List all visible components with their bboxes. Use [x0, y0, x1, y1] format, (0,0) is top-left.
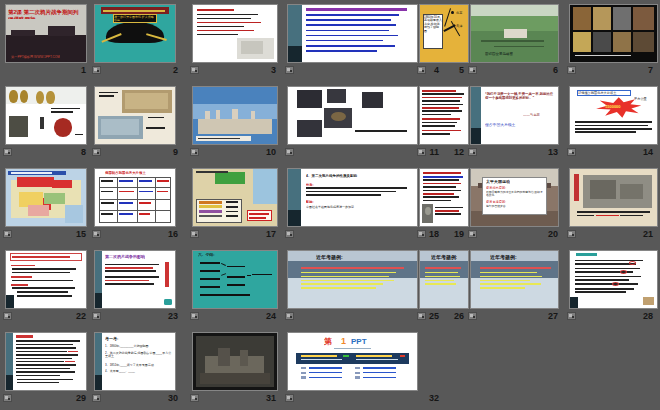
transition-icon — [285, 66, 294, 74]
slide-content-block — [633, 32, 655, 51]
slide-content-block — [301, 283, 384, 285]
slide-content-block — [288, 210, 301, 226]
slide-thumbnail-22[interactable] — [6, 251, 86, 308]
slide-content-block — [165, 262, 169, 287]
slide-text: 俄国割占我国北方大片领土 — [105, 171, 169, 175]
slide-text: 平方公里 — [634, 97, 655, 100]
transition-icon-glyph — [8, 398, 10, 400]
slide-thumbnail-21[interactable] — [570, 169, 657, 226]
slide-thumbnail-20[interactable]: 太平天国运动爆发根本原因:外国侵略势力的冲击及腐朽的封建统治,阶级矛盾激化。爆发… — [471, 169, 558, 226]
slide-content-block — [227, 284, 245, 286]
slide-thumbnail-13[interactable]: “我们不花费一文一钱,不费一兵一卒,就能比任何一个参战国得到更多的好处。”——马… — [471, 87, 558, 144]
slide-number: 27 — [548, 311, 558, 321]
slide-thumbnail-6[interactable]: 圆明园全景鸟瞰图 — [471, 5, 558, 62]
slide-content-block — [196, 171, 228, 173]
slide-content-block — [422, 107, 459, 109]
slide-thumbnail-17[interactable] — [193, 169, 277, 226]
slide-content-block — [309, 367, 343, 368]
slide-content-block — [423, 193, 454, 195]
slide-thumbnail-26[interactable]: 近年考题例: — [420, 251, 468, 308]
transition-icon — [417, 312, 426, 320]
slide-content-block — [17, 177, 54, 187]
slide-content-block — [16, 364, 77, 365]
slide-text: 4、第二次鸦片战争的性质及影响 — [306, 174, 412, 179]
slide-text: 1、1860年,________火烧圆明园。 — [105, 344, 172, 350]
slide-thumbnail-2[interactable]: 进一步打开中国市场 扩大侵略权益 — [95, 5, 175, 62]
slide-content-block — [288, 46, 302, 62]
slide-content-block — [54, 118, 72, 136]
slide-content-block — [301, 372, 306, 374]
slide-number: 16 — [168, 229, 178, 239]
slide-content-block — [306, 45, 395, 47]
slide-thumbnail-12[interactable] — [420, 87, 468, 144]
slide-content-block — [620, 215, 643, 217]
slide-content-block — [226, 201, 239, 203]
slide-thumbnail-32[interactable]: 第1PPT — [288, 333, 417, 390]
slide-content-block — [226, 206, 239, 208]
transition-icon-glyph — [8, 316, 10, 318]
slide-thumbnail-23[interactable]: 第二次鸦片战争的影响 — [95, 251, 175, 308]
transition-icon — [417, 66, 426, 74]
slide-thumbnail-11[interactable] — [288, 87, 417, 144]
slide-content-block — [422, 110, 462, 112]
slide-thumbnail-25[interactable]: 近年考题例: — [288, 251, 417, 308]
transition-icon-glyph — [422, 234, 424, 236]
slide-content-block — [423, 196, 459, 198]
transition-icon-glyph — [97, 152, 99, 154]
slide-thumbnail-14[interactable]: 沙俄侵占我国北方大片领土平方公里1500000 — [570, 87, 657, 144]
slide-text: 太平天国运动 — [486, 179, 526, 184]
slide-thumbnail-1[interactable]: 第2课 第二次鸦片战争期间列强侵略罪行第一PPT模板网 WWW.1PPT.COM — [6, 5, 86, 62]
slide-number: 29 — [76, 393, 86, 403]
slide-content-block — [301, 359, 342, 360]
slide-content-block — [494, 46, 544, 47]
slide-content-block — [16, 347, 77, 348]
slide-thumbnail-8[interactable] — [6, 87, 86, 144]
slide-thumbnail-7[interactable] — [570, 5, 657, 62]
slide-number: 14 — [643, 147, 653, 157]
slide-content-block — [199, 201, 223, 204]
slide-number: 5 — [459, 65, 464, 75]
slide-thumbnail-27[interactable]: 近年考题例: — [471, 251, 558, 308]
slide-number: 10 — [266, 147, 276, 157]
slide-thumbnail-3[interactable] — [193, 5, 277, 62]
transition-icon — [285, 312, 294, 320]
slide-content-block — [119, 191, 134, 192]
slide-thumbnail-9[interactable] — [95, 87, 175, 144]
slide-content-block — [423, 200, 451, 202]
slide-thumbnail-31[interactable] — [193, 333, 277, 390]
slide-content-block — [99, 187, 171, 188]
slide-content-block — [575, 121, 652, 123]
slide-content-block — [199, 210, 223, 213]
slide-content-block — [480, 280, 530, 282]
slide-content-block — [620, 270, 627, 274]
slide-thumbnail-28[interactable] — [570, 251, 657, 308]
slide-content-block — [119, 202, 133, 203]
slide-thumbnail-5[interactable]: 北京天津1860年10月,英法联军攻入北京,抢劫并焚毁了圆明园。 — [420, 5, 468, 62]
slide-content-block — [105, 276, 159, 278]
slide-content-block — [99, 95, 114, 97]
slide-thumbnail-4[interactable] — [288, 5, 417, 62]
slide-content-block — [105, 283, 155, 285]
slide-thumbnail-30[interactable]: 考一考:1、1860年,________火烧圆明园。2、第二次鸦片战争前后,俄国… — [95, 333, 175, 390]
slide-number: 17 — [266, 229, 276, 239]
slide-content-block — [435, 207, 463, 209]
transition-icon-glyph — [473, 152, 475, 154]
slide-thumbnail-16[interactable]: 俄国割占我国北方大片领土 — [95, 169, 175, 226]
slide-thumbnail-18[interactable]: 4、第二次鸦片战争的性质及影响性质:影响:中国社会半殖民地化程度进一步加深。 — [288, 169, 417, 226]
slide-thumbnail-19[interactable] — [420, 169, 468, 226]
slide-thumbnail-10[interactable] — [193, 87, 277, 144]
slide-thumbnail-24[interactable]: 六、小结: — [193, 251, 277, 308]
slide-content-block — [309, 377, 343, 378]
slide-thumbnail-29[interactable] — [6, 333, 86, 390]
slide-content-block — [12, 272, 70, 274]
slide-content-block — [16, 375, 61, 376]
slide-thumbnail-15[interactable] — [6, 169, 86, 226]
slide-content-block — [139, 202, 151, 203]
transition-icon — [92, 230, 101, 238]
slide-content-block — [613, 7, 631, 30]
slide-content-block — [197, 22, 261, 24]
slide-text: 进一步打开中国市场 扩大侵略权益 — [113, 14, 156, 23]
transition-icon — [92, 66, 101, 74]
slide-number: 19 — [454, 229, 464, 239]
slide-content-block — [197, 30, 254, 32]
